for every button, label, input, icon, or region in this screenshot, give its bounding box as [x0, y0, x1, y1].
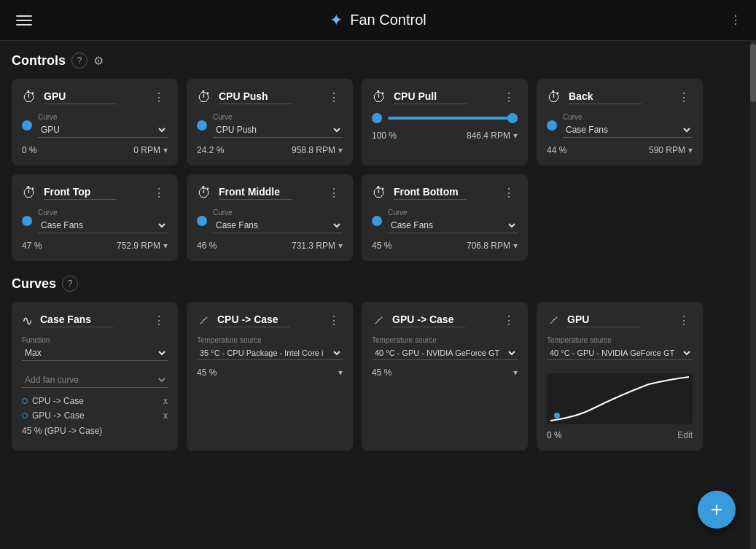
card-more-button[interactable]: ⋮ [500, 184, 518, 201]
card-curve-row: Curve Case Fans [372, 209, 518, 233]
curve-select[interactable]: GPU [38, 122, 168, 138]
stat-expand-button[interactable]: ▾ [163, 145, 168, 155]
stat-expand-button[interactable]: ▾ [163, 241, 168, 251]
graph-dot [554, 413, 560, 418]
curve-select[interactable]: Case Fans [563, 122, 693, 138]
curve-select-wrap: Curve Case Fans [388, 209, 518, 233]
card-title: Back [569, 90, 642, 104]
dot [372, 216, 382, 226]
curve-card-more-button[interactable]: ⋮ [325, 312, 343, 329]
stat-expand-button[interactable]: ▾ [338, 241, 343, 251]
add-fab-button[interactable]: + [698, 491, 736, 529]
gauge-icon: ⏱ [22, 184, 36, 201]
card-more-button[interactable]: ⋮ [675, 89, 693, 106]
graph-svg [547, 373, 693, 424]
temp-source-select[interactable]: 35 °C - CPU Package - Intel Core i [197, 346, 343, 360]
rpm-stat: 958.8 RPM [292, 145, 335, 155]
card-stats: 100 % 846.4 RPM ▾ [372, 131, 518, 141]
card-title-row: ⏱ Front Middle [197, 184, 292, 201]
fan-curve-label: CPU -> Case [32, 396, 84, 406]
controls-grid: ⏱ GPU ⋮ Curve GPU 0 % 0 RPM ▾ [12, 79, 736, 261]
stat-expand-button[interactable]: ▾ [688, 145, 693, 155]
card-more-button[interactable]: ⋮ [150, 184, 168, 201]
fan-speed-slider[interactable] [388, 117, 518, 120]
remove-curve-button-cpu-case[interactable]: x [163, 396, 168, 406]
card-header: ⏱ Front Top ⋮ [22, 184, 168, 201]
curve-select[interactable]: CPU Push [213, 122, 343, 138]
main-content: Controls ? ⚙ ⏱ GPU ⋮ Curve GPU [0, 41, 756, 477]
controls-section-header: Controls ? ⚙ [12, 52, 736, 69]
dot [197, 120, 207, 131]
card-title: Front Bottom [394, 186, 467, 200]
expand-curve-button[interactable]: ▾ [338, 367, 343, 378]
curve-type-icon: ⟋ [197, 313, 210, 328]
stat-expand-button[interactable]: ▾ [513, 241, 518, 251]
scrollbar[interactable] [750, 41, 756, 549]
curve-card-more-button[interactable]: ⋮ [500, 312, 518, 329]
curve-label: Curve [213, 209, 343, 217]
gauge-icon: ⏱ [372, 89, 386, 106]
card-more-button[interactable]: ⋮ [325, 184, 343, 201]
temp-source-label: Temperature source [547, 336, 693, 344]
curve-select[interactable]: Case Fans [213, 218, 343, 233]
curve-select[interactable]: Case Fans [388, 218, 518, 233]
curve-percent: 45 % [197, 367, 217, 378]
header: ✦ Fan Control ⋮ [0, 0, 756, 41]
controls-help-button[interactable]: ? [71, 52, 87, 69]
card-curve-row: Curve Case Fans [197, 209, 343, 233]
temp-source-label: Temperature source [372, 336, 518, 344]
card-title-row: ⏱ Back [547, 89, 642, 106]
curve-select[interactable]: Case Fans [38, 218, 168, 233]
curve-card-gpu-curve: ⟋ GPU ⋮ Temperature source 40 °C - GPU -… [537, 302, 703, 451]
temp-source-select[interactable]: 40 °C - GPU - NVIDIA GeForce GT [372, 346, 518, 360]
card-more-button[interactable]: ⋮ [325, 89, 343, 106]
card-title: Front Top [44, 186, 117, 200]
curve-select-wrap: Curve Case Fans [563, 113, 693, 138]
card-title: Front Middle [219, 186, 292, 200]
curve-card-gpu-case: ⟋ GPU -> Case ⋮ Temperature source 40 °C… [362, 302, 528, 451]
function-label: Function [22, 336, 168, 344]
edit-curve-button[interactable]: Edit [677, 430, 693, 440]
card-curve-row: Curve GPU [22, 113, 168, 138]
card-title: CPU Pull [394, 90, 467, 104]
function-row: Function Max [22, 336, 168, 367]
card-more-button[interactable]: ⋮ [500, 89, 518, 106]
curve-select-wrap: Curve Case Fans [38, 209, 168, 233]
card-stats: 0 % 0 RPM ▾ [22, 145, 168, 155]
add-fan-curve-select[interactable]: Add fan curve [22, 373, 168, 388]
curve-card-cpu-case: ⟋ CPU -> Case ⋮ Temperature source 35 °C… [187, 302, 353, 451]
card-stats: 44 % 590 RPM ▾ [547, 145, 693, 155]
control-card-cpu-push: ⏱ CPU Push ⋮ Curve CPU Push 24.2 % 958.8… [187, 79, 353, 166]
fan-icon: ✦ [330, 11, 343, 30]
menu-button[interactable] [12, 11, 36, 30]
card-stats: 24.2 % 958.8 RPM ▾ [197, 145, 343, 155]
card-header: ⏱ CPU Push ⋮ [197, 89, 343, 106]
curve-card-header: ⟋ CPU -> Case ⋮ [197, 312, 343, 329]
graph-stat: 0 % [547, 430, 562, 440]
curve-card-more-button[interactable]: ⋮ [150, 312, 168, 329]
header-more-button[interactable]: ⋮ [727, 12, 744, 28]
stat-expand-button[interactable]: ▾ [513, 131, 518, 141]
curves-help-button[interactable]: ? [62, 276, 78, 292]
card-header: ⏱ Front Middle ⋮ [197, 184, 343, 201]
curve-select-wrap: Curve Case Fans [213, 209, 343, 233]
card-header: ⏱ Front Bottom ⋮ [372, 184, 518, 201]
gauge-icon: ⏱ [197, 184, 211, 201]
curve-card-case-fans: ∿ Case Fans ⋮ Function Max Add fan curve… [12, 302, 178, 451]
expand-curve-button[interactable]: ▾ [513, 367, 518, 378]
curve-card-header: ⟋ GPU -> Case ⋮ [372, 312, 518, 329]
control-card-front-bottom: ⏱ Front Bottom ⋮ Curve Case Fans 45 % 70… [362, 174, 528, 261]
controls-settings-button[interactable]: ⚙ [93, 54, 104, 68]
graph-area [547, 373, 693, 424]
remove-curve-button-gpu-case[interactable]: x [163, 410, 168, 421]
curve-card-title: CPU -> Case [217, 314, 290, 327]
curve-label: Curve [213, 113, 343, 121]
temp-source-select[interactable]: 40 °C - GPU - NVIDIA GeForce GT [547, 346, 693, 360]
function-select[interactable]: Max [22, 346, 168, 361]
stat-expand-button[interactable]: ▾ [338, 145, 343, 155]
card-more-button[interactable]: ⋮ [150, 89, 168, 106]
curves-section-header: Curves ? [12, 276, 736, 292]
curve-card-more-button[interactable]: ⋮ [675, 312, 693, 329]
gauge-icon: ⏱ [372, 184, 386, 201]
rpm-stat: 731.3 RPM [292, 241, 335, 251]
